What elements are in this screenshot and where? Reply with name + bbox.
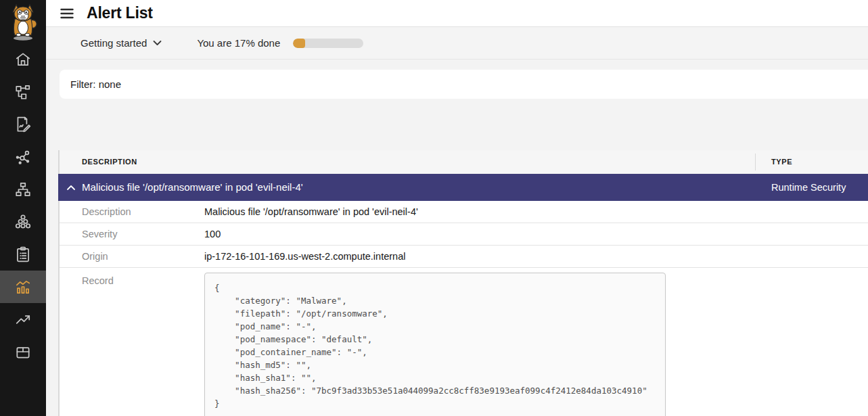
topbar: Alert List bbox=[46, 0, 868, 27]
detail-row-description: Description Malicious file '/opt/ransomw… bbox=[60, 201, 868, 223]
page-title: Alert List bbox=[87, 4, 153, 22]
sidebar-item-reports[interactable] bbox=[0, 108, 46, 141]
topology-icon bbox=[14, 83, 32, 101]
cluster-icon bbox=[14, 213, 32, 231]
progress-bar-fill bbox=[293, 39, 305, 48]
column-header-type[interactable]: TYPE bbox=[771, 150, 792, 174]
chevron-down-icon bbox=[153, 40, 162, 46]
sidebar-nav bbox=[0, 43, 46, 368]
sidebar-item-cluster[interactable] bbox=[0, 206, 46, 238]
detail-label: Record bbox=[82, 273, 204, 416]
chevron-up-icon bbox=[66, 185, 76, 191]
detail-label: Severity bbox=[82, 223, 204, 245]
getting-started-bar: Getting started You are 17% done bbox=[46, 27, 868, 60]
progress-bar bbox=[293, 39, 363, 48]
column-header-description[interactable]: DESCRIPTION bbox=[82, 150, 137, 174]
sidebar bbox=[0, 0, 46, 416]
progress-text: You are 17% done bbox=[197, 37, 280, 49]
app-logo[interactable] bbox=[0, 0, 46, 43]
sitemap-icon bbox=[14, 181, 32, 198]
sidebar-item-trends[interactable] bbox=[0, 303, 46, 336]
alert-row-type: Runtime Security bbox=[771, 174, 846, 201]
detail-label: Description bbox=[82, 201, 204, 223]
hamburger-icon bbox=[59, 5, 75, 22]
alert-table: DESCRIPTION TYPE Malicious file '/opt/ra… bbox=[58, 150, 868, 416]
alerts-chart-icon bbox=[14, 278, 32, 296]
detail-label: Origin bbox=[82, 246, 204, 267]
sidebar-item-topology[interactable] bbox=[0, 76, 46, 108]
record-json-block: { "category": "Malware", "filepath": "/o… bbox=[204, 273, 666, 416]
menu-toggle-button[interactable] bbox=[56, 3, 78, 24]
table-header-row: DESCRIPTION TYPE bbox=[60, 150, 868, 174]
network-graph-icon bbox=[14, 148, 32, 166]
package-icon bbox=[14, 343, 32, 361]
sidebar-item-packages[interactable] bbox=[0, 336, 46, 368]
clipboard-list-icon bbox=[14, 246, 32, 263]
getting-started-toggle[interactable]: Getting started bbox=[81, 37, 162, 49]
alert-row-expanded[interactable]: Malicious file '/opt/ransomware' in pod … bbox=[58, 174, 868, 201]
home-icon bbox=[14, 51, 32, 68]
detail-value: Malicious file '/opt/ransomware' in pod … bbox=[204, 201, 418, 223]
sidebar-item-network[interactable] bbox=[0, 141, 46, 173]
detail-row-record: Record { "category": "Malware", "filepat… bbox=[60, 268, 868, 416]
getting-started-label: Getting started bbox=[81, 37, 147, 49]
sidebar-item-tasks[interactable] bbox=[0, 238, 46, 271]
content-area: Filter: none DESCRIPTION TYPE Malicious … bbox=[46, 60, 868, 416]
column-divider bbox=[755, 154, 756, 170]
trending-up-icon bbox=[14, 310, 32, 328]
main-area: Alert List Getting started You are 17% d… bbox=[46, 0, 868, 416]
cat-mascot-logo bbox=[7, 4, 39, 42]
sidebar-item-sitemap[interactable] bbox=[0, 173, 46, 206]
filter-bar[interactable]: Filter: none bbox=[60, 70, 868, 99]
alert-row-details: Description Malicious file '/opt/ransomw… bbox=[60, 201, 868, 416]
report-edit-icon bbox=[14, 116, 32, 133]
detail-row-severity: Severity 100 bbox=[60, 223, 868, 246]
detail-value: 100 bbox=[204, 223, 221, 245]
sidebar-item-alerts[interactable] bbox=[0, 271, 46, 303]
detail-row-origin: Origin ip-172-16-101-169.us-west-2.compu… bbox=[60, 246, 868, 268]
detail-value: ip-172-16-101-169.us-west-2.compute.inte… bbox=[204, 246, 405, 267]
sidebar-item-home[interactable] bbox=[0, 43, 46, 76]
filter-label: Filter: none bbox=[70, 78, 121, 90]
app-window: Alert List Getting started You are 17% d… bbox=[0, 0, 868, 416]
collapse-row-control[interactable] bbox=[66, 174, 76, 201]
alert-row-description: Malicious file '/opt/ransomware' in pod … bbox=[82, 174, 303, 201]
